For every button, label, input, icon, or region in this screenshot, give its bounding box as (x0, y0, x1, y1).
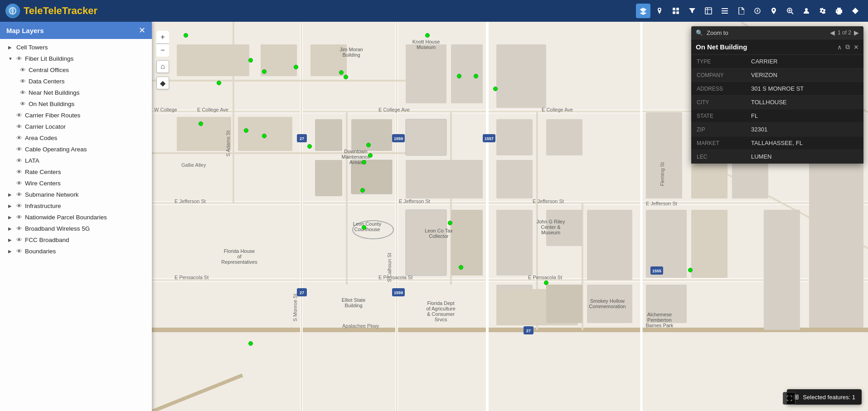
zoom-out-btn[interactable]: − (156, 44, 169, 57)
street-label-ecollege2: E College Ave (378, 107, 410, 112)
print-icon-btn[interactable] (832, 4, 846, 18)
street-label-ejefferson4: E Jefferson St (646, 201, 677, 206)
map-label-florida-house: Florida HouseofRepresentatives (219, 248, 260, 265)
sidebar-content[interactable]: ▶ Cell Towers ▼ 👁 Fiber Lit Buildings 👁 … (0, 39, 152, 411)
info-panel-close-btn[interactable]: ✕ (853, 44, 859, 51)
on-net-dot (339, 70, 344, 75)
sidebar-close-btn[interactable]: ✕ (139, 26, 145, 34)
info-panel: 🔍 Zoom to ◀ 1 of 2 ▶ On Net Building ∧ ⧉… (691, 26, 863, 164)
eye-icon: 👁 (20, 101, 26, 107)
zoom-icon-btn[interactable] (783, 4, 797, 18)
chevron-right-icon: ▶ (8, 237, 14, 242)
svg-rect-2 (676, 8, 679, 10)
zoom-next-btn[interactable]: ▶ (854, 29, 859, 36)
info-panel-expand-btn[interactable]: ⧉ (845, 43, 850, 51)
chevron-right-icon: ▶ (8, 249, 14, 254)
sidebar-header: Map Layers ✕ (0, 22, 152, 39)
info-field-value: CARRIER (746, 55, 863, 68)
on-net-dot (459, 265, 463, 270)
svg-rect-41 (177, 44, 249, 76)
info-panel-collapse-btn[interactable]: ∧ (837, 44, 842, 51)
chevron-right-icon: ▶ (8, 215, 14, 220)
layer-carrier-locator[interactable]: ▶ 👁 Carrier Locator (0, 121, 152, 132)
map-label-elliot: Elliot StateBuilding (333, 297, 374, 308)
eye-icon: 👁 (16, 214, 22, 221)
svg-rect-56 (496, 160, 533, 198)
street-label-sadams: S Adams St (225, 131, 231, 156)
chevron-right-icon: ▶ (8, 226, 14, 231)
svg-text:1557: 1557 (485, 136, 494, 141)
eye-icon: 👁 (16, 225, 22, 232)
layer-label: Broadband Wireless 5G (25, 225, 145, 232)
layer-wire-centers[interactable]: ▶ 👁 Wire Centers (0, 178, 152, 189)
layer-on-net[interactable]: 👁 On Net Buildings (0, 98, 152, 110)
layers-icon-btn[interactable] (636, 4, 650, 18)
layer-submarine[interactable]: ▶ 👁 Submarine Network (0, 189, 152, 200)
location-icon-btn[interactable] (766, 4, 781, 18)
svg-rect-54 (496, 44, 546, 108)
grid-icon-btn[interactable] (669, 4, 683, 18)
pin-icon-btn[interactable] (652, 4, 667, 18)
eye-icon: 👁 (16, 123, 22, 130)
layer-cell-towers[interactable]: ▶ Cell Towers (0, 42, 152, 53)
layer-nationwide-parcel[interactable]: ▶ 👁 Nationwide Parcel Boundaries (0, 212, 152, 223)
info-field-value: 32301 (746, 123, 863, 136)
layer-broadband-5g[interactable]: ▶ 👁 Broadband Wireless 5G (0, 223, 152, 234)
home-btn[interactable]: ⌂ (156, 60, 169, 73)
doc-icon-btn[interactable] (734, 4, 748, 18)
bookmark-btn[interactable]: ◆ (156, 77, 169, 89)
street-label-epensacola1: E Pensacola St (175, 275, 209, 280)
diamond-icon-btn[interactable] (848, 4, 863, 18)
street-label-ecollege3: E College Ave (542, 107, 573, 112)
user-icon-btn[interactable] (799, 4, 814, 18)
sidebar-title: Map Layers (6, 27, 44, 34)
map-label-knott: Knott HouseMuseum (403, 39, 449, 50)
on-net-dot (544, 280, 548, 285)
svg-rect-5 (705, 8, 712, 14)
layer-data-centers[interactable]: 👁 Data Centers (0, 76, 152, 87)
on-net-dot (199, 121, 203, 126)
logo-icon (5, 4, 20, 18)
layer-near-net[interactable]: 👁 Near Net Buildings (0, 87, 152, 98)
on-net-dot (248, 341, 253, 346)
svg-rect-4 (676, 11, 679, 14)
chevron-right-icon: ▶ (8, 192, 14, 197)
layer-fcc-broadband[interactable]: ▶ 👁 FCC Broadband (0, 234, 152, 246)
table-icon-btn[interactable] (701, 4, 716, 18)
layer-cable-operating[interactable]: ▶ 👁 Cable Operating Areas (0, 144, 152, 155)
settings-icon-btn[interactable] (815, 4, 830, 18)
on-net-dot (307, 144, 312, 149)
layer-area-codes[interactable]: ▶ 👁 Area Codes (0, 132, 152, 144)
layer-fiber-lit[interactable]: ▼ 👁 Fiber Lit Buildings (0, 53, 152, 64)
layer-boundaries[interactable]: ▶ 👁 Boundaries (0, 246, 152, 257)
svg-rect-60 (546, 119, 582, 155)
layer-central-offices[interactable]: 👁 Central Offices (0, 64, 152, 76)
main-area: Map Layers ✕ ▶ Cell Towers ▼ 👁 Fiber Lit… (0, 22, 868, 411)
on-net-dot (294, 65, 298, 69)
on-net-dot (248, 58, 253, 63)
on-net-dot (457, 74, 461, 78)
filter-icon-btn[interactable] (685, 4, 699, 18)
info-table: TYPECARRIERCOMPANYVERIZONADDRESS301 S MO… (691, 55, 863, 164)
zoom-prev-btn[interactable]: ◀ (830, 29, 835, 36)
compass-icon-btn[interactable] (750, 4, 765, 18)
map-area[interactable]: 27 1559 1557 27 1559 27 1555 E College A… (152, 22, 868, 411)
layer-label: On Net Buildings (29, 101, 145, 107)
eye-icon: 👁 (16, 135, 22, 141)
zoom-in-btn[interactable]: + (156, 31, 169, 44)
street-label-ejefferson3: E Jefferson St (533, 198, 564, 204)
fullscreen-btn[interactable]: ⛶ (783, 392, 795, 405)
svg-rect-10 (722, 13, 728, 14)
layer-carrier-fiber[interactable]: ▶ 👁 Carrier Fiber Routes (0, 110, 152, 121)
layer-lata[interactable]: ▶ 👁 LATA (0, 155, 152, 166)
layer-label: Rate Centers (25, 169, 145, 175)
on-net-dot (244, 128, 248, 133)
street-label-scalhoun: S Calhoun St (387, 253, 392, 282)
eye-icon: 👁 (20, 78, 26, 85)
on-net-dot (425, 33, 430, 38)
layer-rate-centers[interactable]: ▶ 👁 Rate Centers (0, 166, 152, 178)
layer-infrastructure[interactable]: ▶ 👁 Infrastructure (0, 200, 152, 212)
list-icon-btn[interactable] (718, 4, 732, 18)
svg-rect-48 (406, 119, 446, 155)
svg-text:1555: 1555 (652, 269, 661, 273)
